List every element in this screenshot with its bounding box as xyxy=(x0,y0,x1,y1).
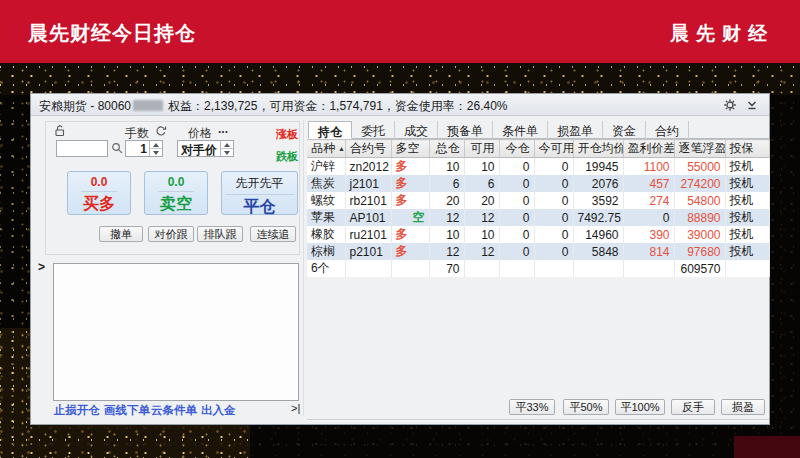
window-title: 安粮期货 - 80060权益：2,139,725，可用资金：1,574,791，… xyxy=(39,98,508,115)
close-mode: 先开先平 xyxy=(226,175,294,195)
col-total[interactable]: 总仓 xyxy=(429,140,464,158)
glitter-band xyxy=(0,63,800,95)
price-spinner[interactable] xyxy=(220,141,233,156)
close-position-button[interactable]: 先开先平 平仓 xyxy=(221,171,298,215)
links-more-arrow[interactable]: >| xyxy=(291,402,300,414)
price-mode-select[interactable]: 对手价 xyxy=(177,140,234,157)
close-50-button[interactable]: 平50% xyxy=(563,399,609,415)
tab-prebook[interactable]: 预备单 xyxy=(438,121,493,139)
limit-down-button[interactable]: 跌板 xyxy=(276,149,298,164)
spinner-up-icon[interactable] xyxy=(153,143,159,147)
positions-table: 品种▲ 合约号 多空 总仓 可用 今仓 今可用 开仓均价 盈利价差 逐笔浮盈 投… xyxy=(307,139,770,277)
lots-value: 1 xyxy=(126,141,149,156)
position-row[interactable]: 沪锌 zn2012 多 10 10 0 0 19945 1100 55000 投… xyxy=(307,158,769,176)
bottom-divider xyxy=(307,419,769,421)
cloud-condition-order-link[interactable]: 云条件单 xyxy=(151,403,197,418)
tab-contracts[interactable]: 合约 xyxy=(646,121,689,139)
close-33-button[interactable]: 平33% xyxy=(509,399,555,415)
tab-funds[interactable]: 资金 xyxy=(603,121,646,139)
unlock-icon[interactable] xyxy=(54,124,66,140)
top-banner: 晨先财经今日持仓 晨先财经 xyxy=(0,0,800,63)
spinner-up-icon[interactable] xyxy=(224,143,230,147)
col-profit-diff[interactable]: 盈利价差 xyxy=(623,140,674,158)
sort-asc-icon: ▲ xyxy=(338,145,345,152)
col-contract[interactable]: 合约号 xyxy=(345,140,391,158)
screen: 晨先财经今日持仓 晨先财经 安粮期货 - 80060权益：2,139,725，可… xyxy=(0,0,800,458)
close-label: 平仓 xyxy=(222,197,297,218)
lots-stepper[interactable]: 1 xyxy=(125,140,163,157)
funds-summary: 权益：2,139,725，可用资金：1,574,791，资金使用率：26.40% xyxy=(168,99,507,113)
contract-search-input[interactable] xyxy=(56,140,108,157)
stop-profit-loss-button[interactable]: 损盈 xyxy=(721,399,765,415)
reverse-button[interactable]: 反手 xyxy=(671,399,715,415)
price-more-button[interactable]: ... xyxy=(218,122,228,136)
banner-brand: 晨先财经 xyxy=(670,21,774,47)
collapse-icon[interactable] xyxy=(745,98,759,112)
col-float-profit[interactable]: 逐笔浮盈 xyxy=(674,140,725,158)
chase-order-button[interactable]: 连续追 xyxy=(250,226,296,242)
col-today-available[interactable]: 今可用 xyxy=(534,140,573,158)
buy-open-button[interactable]: 0.0 买多 xyxy=(67,171,131,215)
deposit-withdraw-link[interactable]: 出入金 xyxy=(201,403,236,418)
buy-price: 0.0 xyxy=(81,175,118,192)
order-list-box[interactable] xyxy=(53,263,299,401)
summary-row: 6个 70 609570 xyxy=(307,260,769,277)
trading-window: 安粮期货 - 80060权益：2,139,725，可用资金：1,574,791，… xyxy=(30,93,770,425)
magnifier-icon[interactable] xyxy=(111,142,124,158)
red-corner-block xyxy=(734,436,800,458)
position-row[interactable]: 橡胶 ru2101 多 10 10 0 0 14960 390 39000 投机 xyxy=(307,226,769,243)
sell-price: 0.0 xyxy=(158,175,195,192)
col-product[interactable]: 品种▲ xyxy=(307,140,345,158)
table-header-row: 品种▲ 合约号 多空 总仓 可用 今仓 今可用 开仓均价 盈利价差 逐笔浮盈 投… xyxy=(307,140,769,158)
tab-condition[interactable]: 条件单 xyxy=(493,121,548,139)
follow-counter-price-button[interactable]: 对价跟 xyxy=(148,226,194,242)
position-row[interactable]: 螺纹 rb2101 多 20 20 0 0 3592 274 54800 投机 xyxy=(307,192,769,209)
sell-open-button[interactable]: 0.0 卖空 xyxy=(144,171,208,215)
col-avg-price[interactable]: 开仓均价 xyxy=(573,140,623,158)
tab-trades[interactable]: 成交 xyxy=(395,121,438,139)
position-row[interactable]: 苹果 AP101 空 12 12 0 0 7492.75 0 88890 投机 xyxy=(307,209,769,226)
banner-title: 晨先财经今日持仓 xyxy=(28,20,196,47)
col-available[interactable]: 可用 xyxy=(464,140,499,158)
price-mode-value: 对手价 xyxy=(178,141,220,156)
spinner-down-icon[interactable] xyxy=(224,151,230,155)
expand-arrow[interactable]: > xyxy=(38,260,45,274)
sell-label: 卖空 xyxy=(145,194,207,215)
account-redacted xyxy=(133,100,163,111)
limit-up-button[interactable]: 涨板 xyxy=(276,127,298,142)
account-info: 安粮期货 - 80060 xyxy=(39,99,131,113)
tab-stop-profit-loss[interactable]: 损盈单 xyxy=(548,121,603,139)
panel-divider xyxy=(303,120,304,416)
col-side[interactable]: 多空 xyxy=(391,140,429,158)
window-titlebar[interactable]: 安粮期货 - 80060权益：2,139,725，可用资金：1,574,791，… xyxy=(31,94,769,116)
follow-queue-button[interactable]: 排队跟 xyxy=(197,226,243,242)
spinner-down-icon[interactable] xyxy=(153,151,159,155)
close-100-button[interactable]: 平100% xyxy=(615,399,665,415)
lots-spinner[interactable] xyxy=(149,141,162,156)
position-row[interactable]: 棕榈 p2101 多 12 12 0 0 5848 814 97680 投机 xyxy=(307,243,769,260)
tab-positions[interactable]: 持仓 xyxy=(308,121,352,139)
glitter-left-strip xyxy=(0,63,32,458)
cancel-order-button[interactable]: 撤单 xyxy=(99,226,143,242)
buy-label: 买多 xyxy=(68,194,130,215)
cycle-icon[interactable] xyxy=(155,125,167,140)
position-row[interactable]: 焦炭 j2101 多 6 6 0 0 2076 457 274200 投机 xyxy=(307,175,769,192)
col-today[interactable]: 今仓 xyxy=(499,140,534,158)
gear-icon[interactable] xyxy=(723,98,737,112)
positions-tabbar: 持仓 委托 成交 预备单 条件单 损盈单 资金 合约 xyxy=(308,121,769,139)
tab-orders[interactable]: 委托 xyxy=(352,121,395,139)
stop-loss-open-link[interactable]: 止损开仓 xyxy=(54,403,100,418)
draw-line-order-link[interactable]: 画线下单 xyxy=(104,403,150,418)
col-hedge[interactable]: 投保 xyxy=(725,140,769,158)
